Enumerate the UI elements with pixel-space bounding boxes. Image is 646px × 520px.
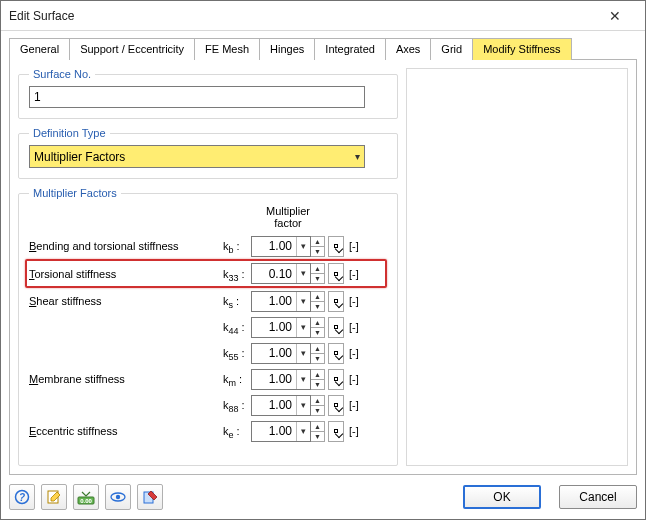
mf-row: Bending and torsional stiffnesskb :1.00▾… xyxy=(29,233,387,259)
mf-label: Bending and torsional stiffness xyxy=(29,240,223,252)
mf-unit: [-] xyxy=(345,268,365,280)
mf-symbol: k33 : xyxy=(223,268,251,280)
mf-spinner[interactable]: ▲▼ xyxy=(311,263,325,284)
mf-value-input[interactable]: 1.00▾ xyxy=(251,421,311,442)
spin-down-icon: ▼ xyxy=(311,354,324,363)
picker-icon xyxy=(334,325,338,329)
mf-value-input[interactable]: 1.00▾ xyxy=(251,343,311,364)
picker-icon xyxy=(334,272,338,276)
cancel-button[interactable]: Cancel xyxy=(559,485,637,509)
mf-spinner[interactable]: ▲▼ xyxy=(311,343,325,364)
mf-value: 1.00 xyxy=(252,346,296,360)
mf-symbol: k88 : xyxy=(223,399,251,411)
mf-value: 0.10 xyxy=(252,267,296,281)
mf-value: 1.00 xyxy=(252,372,296,386)
units-button[interactable]: 0.00 xyxy=(73,484,99,510)
mf-value-input[interactable]: 1.00▾ xyxy=(251,291,311,312)
tab-axes[interactable]: Axes xyxy=(385,38,431,60)
definition-type-combo[interactable]: Multiplier Factors ▾ xyxy=(29,145,365,168)
mf-row: Eccentric stiffnesske :1.00▾▲▼[-] xyxy=(29,418,387,444)
legend-definition-type: Definition Type xyxy=(29,127,110,139)
mf-spinner[interactable]: ▲▼ xyxy=(311,395,325,416)
chevron-down-icon: ▾ xyxy=(296,237,310,256)
tab-grid[interactable]: Grid xyxy=(430,38,473,60)
mf-unit: [-] xyxy=(345,295,365,307)
mf-row: k55 :1.00▾▲▼[-] xyxy=(29,340,387,366)
mf-unit: [-] xyxy=(345,373,365,385)
mf-picker-button[interactable] xyxy=(328,291,344,312)
surface-no-input[interactable] xyxy=(29,86,365,108)
spin-up-icon: ▲ xyxy=(311,370,324,380)
group-definition-type: Definition Type Multiplier Factors ▾ xyxy=(18,127,398,179)
picker-icon xyxy=(334,299,338,303)
mf-value-input[interactable]: 1.00▾ xyxy=(251,395,311,416)
mf-value-input[interactable]: 1.00▾ xyxy=(251,317,311,338)
tab-hinges[interactable]: Hinges xyxy=(259,38,315,60)
mf-label: Eccentric stiffness xyxy=(29,425,223,437)
mf-spinner[interactable]: ▲▼ xyxy=(311,291,325,312)
mf-picker-button[interactable] xyxy=(328,369,344,390)
picker-icon xyxy=(334,351,338,355)
titlebar: Edit Surface ✕ xyxy=(1,1,645,31)
mf-picker-button[interactable] xyxy=(328,395,344,416)
mf-value-input[interactable]: 0.10▾ xyxy=(251,263,311,284)
tool-button[interactable] xyxy=(137,484,163,510)
view-button[interactable] xyxy=(105,484,131,510)
tab-modify-stiffness[interactable]: Modify Stiffness xyxy=(472,38,571,60)
close-icon[interactable]: ✕ xyxy=(593,8,637,24)
mf-label: Membrane stiffness xyxy=(29,373,223,385)
mf-spinner[interactable]: ▲▼ xyxy=(311,236,325,257)
mf-value-input[interactable]: 1.00▾ xyxy=(251,236,311,257)
spin-up-icon: ▲ xyxy=(311,396,324,406)
window-title: Edit Surface xyxy=(9,9,593,23)
mf-row: k88 :1.00▾▲▼[-] xyxy=(29,392,387,418)
spin-down-icon: ▼ xyxy=(311,380,324,389)
client-area: GeneralSupport / EccentricityFE MeshHing… xyxy=(1,31,645,475)
mf-symbol: k55 : xyxy=(223,347,251,359)
spin-down-icon: ▼ xyxy=(311,247,324,256)
edit-surface-dialog: Edit Surface ✕ GeneralSupport / Eccentri… xyxy=(0,0,646,520)
chevron-down-icon: ▾ xyxy=(296,264,310,283)
tab-support-eccentricity[interactable]: Support / Eccentricity xyxy=(69,38,195,60)
chevron-down-icon: ▾ xyxy=(296,422,310,441)
tab-integrated[interactable]: Integrated xyxy=(314,38,386,60)
picker-icon xyxy=(334,244,338,248)
mf-label: Torsional stiffness xyxy=(29,268,223,280)
tab-fe-mesh[interactable]: FE Mesh xyxy=(194,38,260,60)
spin-down-icon: ▼ xyxy=(311,432,324,441)
spin-up-icon: ▲ xyxy=(311,422,324,432)
picker-icon xyxy=(334,377,338,381)
group-multiplier-factors: Multiplier Factors Multiplier factor Ben… xyxy=(18,187,398,466)
tab-general[interactable]: General xyxy=(9,38,70,60)
spin-down-icon: ▼ xyxy=(311,274,324,283)
edit-note-button[interactable] xyxy=(41,484,67,510)
mf-symbol: kb : xyxy=(223,240,251,252)
mf-value: 1.00 xyxy=(252,294,296,308)
mf-spinner[interactable]: ▲▼ xyxy=(311,317,325,338)
mf-symbol: km : xyxy=(223,373,251,385)
spin-down-icon: ▼ xyxy=(311,406,324,415)
legend-surface-no: Surface No. xyxy=(29,68,95,80)
ok-button[interactable]: OK xyxy=(463,485,541,509)
help-button[interactable]: ? xyxy=(9,484,35,510)
mf-picker-button[interactable] xyxy=(328,343,344,364)
svg-point-6 xyxy=(116,495,120,499)
mf-value: 1.00 xyxy=(252,320,296,334)
mf-row: Membrane stiffnesskm :1.00▾▲▼[-] xyxy=(29,366,387,392)
mf-spinner[interactable]: ▲▼ xyxy=(311,421,325,442)
mf-symbol: k44 : xyxy=(223,321,251,333)
mf-picker-button[interactable] xyxy=(328,236,344,257)
mf-picker-button[interactable] xyxy=(328,317,344,338)
mf-spinner[interactable]: ▲▼ xyxy=(311,369,325,390)
mf-value-input[interactable]: 1.00▾ xyxy=(251,369,311,390)
mf-value: 1.00 xyxy=(252,398,296,412)
mf-symbol: ke : xyxy=(223,425,251,437)
group-surface-no: Surface No. xyxy=(18,68,398,119)
mf-picker-button[interactable] xyxy=(328,263,344,284)
mf-unit: [-] xyxy=(345,240,365,252)
definition-type-value: Multiplier Factors xyxy=(34,150,355,164)
mf-row: Torsional stiffnessk33 :0.10▾▲▼[-] xyxy=(25,259,387,288)
mf-label: Shear stiffness xyxy=(29,295,223,307)
mf-picker-button[interactable] xyxy=(328,421,344,442)
chevron-down-icon: ▾ xyxy=(296,344,310,363)
